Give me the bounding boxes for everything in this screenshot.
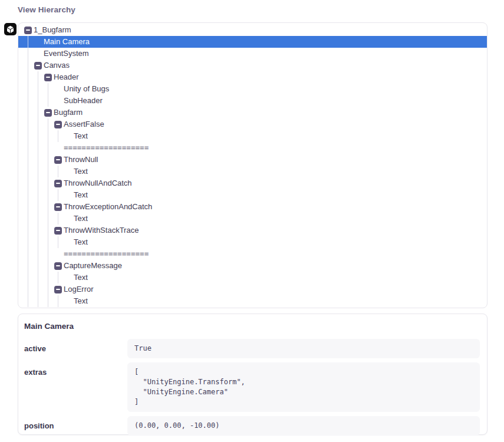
detail-value: True	[127, 339, 480, 358]
tree-node[interactable]: Text	[18, 189, 487, 201]
tree-node-label: Canvas	[18, 60, 487, 71]
detail-row: extras[ "UnityEngine.Transform", "UnityE…	[24, 362, 480, 412]
detail-row: activeTrue	[24, 339, 480, 358]
tree-node-label: Text	[18, 166, 487, 177]
tree-node-label: Text	[18, 295, 487, 307]
detail-value: [ "UnityEngine.Transform", "UnityEngine.…	[127, 362, 480, 412]
tree-node[interactable]: Unity of Bugs	[18, 83, 487, 95]
detail-row: position(0.00, 0.00, -10.00)	[24, 416, 480, 436]
tree-node[interactable]: ===================	[18, 142, 487, 154]
page-title: View Hierarchy	[18, 5, 75, 14]
tree-node-label: EventSystem	[18, 48, 487, 60]
tree-node[interactable]: Canvas	[18, 60, 487, 71]
tree-node-label: Unity of Bugs	[18, 83, 487, 95]
tree-node-label: Bugfarm	[18, 107, 487, 118]
tree-node[interactable]: Text	[18, 295, 487, 307]
tree-node-label: SubHeader	[18, 95, 487, 107]
detail-rows: activeTrueextras[ "UnityEngine.Transform…	[24, 339, 480, 436]
tree-node-label: Main Camera	[18, 36, 487, 48]
tree-node[interactable]: SubHeader	[18, 95, 487, 107]
screen: View Hierarchy 1_BugfarmMain CameraEvent…	[0, 0, 504, 442]
tree-node-label: Text	[18, 189, 487, 201]
tree-node[interactable]: ThrowNullAndCatch	[18, 177, 487, 189]
details-title: Main Camera	[24, 320, 480, 331]
tree-node-label: AssertFalse	[18, 118, 487, 130]
tree-node[interactable]: Text	[18, 272, 487, 283]
tree-node[interactable]: ThrowWithStackTrace	[18, 225, 487, 236]
tree-node[interactable]: Text	[18, 236, 487, 248]
tree-node-label: ThrowWithStackTrace	[18, 225, 487, 236]
tree-node-label: Text	[18, 272, 487, 283]
tree-node[interactable]: LogError	[18, 283, 487, 295]
tree-node[interactable]: EventSystem	[18, 48, 487, 60]
detail-label: active	[24, 339, 127, 358]
tree-node[interactable]: ThrowNull	[18, 154, 487, 166]
tree-node-label: ThrowNullAndCatch	[18, 177, 487, 189]
tree-node[interactable]: AssertFalse	[18, 118, 487, 130]
tree-node-label: LogError	[18, 283, 487, 295]
tree-node[interactable]: ThrowExceptionAndCatch	[18, 201, 487, 213]
tree-node[interactable]: Header	[18, 71, 487, 83]
unity-logo-icon	[4, 23, 17, 35]
tree-node-label: Text	[18, 213, 487, 225]
tree-node-label: Text	[18, 236, 487, 248]
tree-node-label: Header	[18, 71, 487, 83]
tree-node-label: ThrowExceptionAndCatch	[18, 201, 487, 213]
tree-node-label: CaptureMessage	[18, 260, 487, 272]
hierarchy-tree: 1_BugfarmMain CameraEventSystemCanvasHea…	[18, 22, 487, 308]
tree-node-label: 1_Bugfarm	[18, 24, 487, 36]
tree-node-label: Text	[18, 130, 487, 142]
tree-node[interactable]: Text	[18, 166, 487, 177]
tree-node-label: ===================	[18, 248, 487, 260]
detail-label: extras	[24, 362, 127, 412]
tree-node[interactable]: Text	[18, 130, 487, 142]
details-panel: Main Camera activeTrueextras[ "UnityEngi…	[18, 314, 487, 435]
tree-node[interactable]: Text	[18, 213, 487, 225]
detail-value: (0.00, 0.00, -10.00)	[127, 416, 480, 436]
tree-node-label: ===================	[18, 142, 487, 154]
tree-node[interactable]: Main Camera	[18, 36, 487, 48]
tree-node[interactable]: ===================	[18, 248, 487, 260]
tree-node[interactable]: 1_Bugfarm	[18, 24, 487, 36]
tree-node[interactable]: Bugfarm	[18, 107, 487, 118]
detail-label: position	[24, 416, 127, 436]
tree-node[interactable]: CaptureMessage	[18, 260, 487, 272]
tree-node-label: ThrowNull	[18, 154, 487, 166]
